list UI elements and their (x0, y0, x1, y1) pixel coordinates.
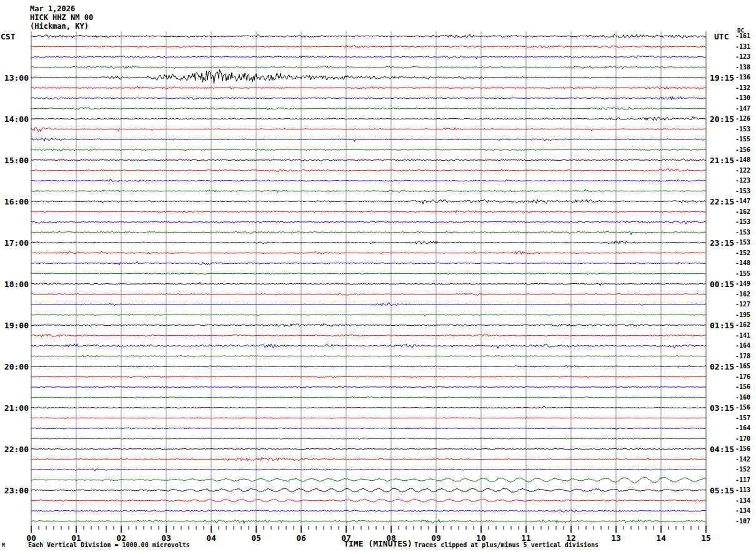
dc-offset-value: -123 (735, 54, 750, 60)
seismo-trace-row (31, 179, 706, 182)
seismo-trace-row (31, 56, 706, 59)
seismo-trace-row (31, 477, 706, 483)
seismo-trace-row (31, 273, 706, 274)
dc-offset-value: -132 (735, 85, 750, 91)
seismo-trace-row (31, 221, 706, 224)
seismo-trace-row (31, 386, 706, 388)
dc-offset-value: -126 (735, 116, 750, 122)
seismo-trace-row (31, 86, 706, 89)
dc-offset-value: -152 (735, 466, 750, 473)
utc-hour-label: 04:15 (710, 445, 737, 453)
clip-note: Traces clipped at plus/minus 5 vertical … (414, 541, 599, 548)
dc-offset-value: -131 (735, 44, 750, 50)
dc-offset-value: -156 (735, 384, 750, 390)
dc-offset-value: -156 (735, 446, 750, 452)
dc-offset-value: -152 (735, 250, 750, 256)
cst-hour-label: 13:00 (0, 74, 29, 82)
seismogram-plot (0, 0, 756, 554)
corner-mark: M (2, 543, 5, 548)
dc-offset-value: -157 (735, 415, 750, 421)
x-tick-label: 05 (245, 533, 267, 543)
utc-hour-label: 23:15 (710, 239, 737, 247)
cst-hour-label: 16:00 (0, 198, 29, 206)
seismo-trace-row (31, 510, 706, 512)
dc-offset-value: -141 (735, 333, 750, 339)
dc-offset-value: -195 (735, 312, 750, 318)
seismo-trace-row (31, 231, 706, 235)
seismo-trace-row (31, 417, 706, 418)
cst-hour-label: 23:00 (0, 486, 29, 495)
seismo-trace-row (31, 189, 706, 193)
dc-offset-value: -153 (735, 229, 750, 236)
dc-offset-value: -156 (735, 147, 750, 153)
seismo-trace-row (31, 469, 706, 471)
dc-offset-value: -136 (735, 74, 750, 81)
dc-offset-value: -113 (735, 487, 750, 493)
dc-offset-value: -155 (735, 271, 750, 277)
seismo-trace-row (31, 448, 706, 450)
utc-hour-label: 00:15 (710, 280, 737, 288)
seismo-trace-row (31, 365, 706, 368)
seismo-trace-row (31, 199, 706, 204)
seismo-trace-row (31, 69, 706, 84)
dc-offset-value: -134 (735, 508, 750, 514)
dc-offset-value: -149 (735, 281, 750, 287)
seismo-trace-row (31, 334, 706, 337)
seismo-trace-row (31, 66, 706, 69)
seismo-trace-row (31, 438, 706, 440)
dc-offset-value: -153 (735, 188, 750, 194)
utc-hour-label: 05:15 (710, 486, 737, 495)
seismo-trace-row (31, 355, 706, 358)
seismo-trace-row (31, 376, 706, 378)
seismo-trace-row (31, 488, 706, 493)
cst-hour-label: 18:00 (0, 280, 29, 288)
utc-hour-label: 19:15 (710, 74, 737, 82)
dc-offset-value: -134 (735, 498, 750, 504)
cst-hour-label: 19:00 (0, 321, 29, 330)
seismo-trace-row (31, 499, 706, 502)
seismo-trace-row (31, 107, 706, 109)
seismo-trace-row (31, 138, 706, 141)
dc-offset-value: -117 (735, 477, 750, 483)
dc-offset-value: -148 (735, 157, 750, 163)
dc-offset-value: -162 (735, 322, 750, 328)
seismo-trace-row (31, 97, 706, 100)
seismo-trace-row (31, 283, 706, 286)
dc-offset-value: -162 (735, 291, 750, 298)
seismo-trace-row (31, 427, 706, 430)
seismo-trace-row (31, 262, 706, 265)
seismo-trace-row (31, 34, 706, 38)
seismo-trace-row (31, 251, 706, 254)
cst-hour-label: 14:00 (0, 115, 29, 123)
dc-offset-value: -170 (735, 436, 750, 442)
dc-offset-value: -147 (735, 106, 750, 112)
x-tick-label: 14 (650, 533, 672, 543)
utc-hour-label: 01:15 (710, 321, 737, 330)
dc-offset-value: -155 (735, 136, 750, 143)
seismo-trace-row (31, 241, 706, 244)
dc-offset-value: -130 (735, 95, 750, 101)
dc-offset-value: -142 (735, 456, 750, 463)
seismo-trace-row (31, 314, 706, 316)
scale-note: Each Vertical Division = 1000.00 microvo… (28, 541, 190, 548)
cst-hour-label: 15:00 (0, 156, 29, 164)
seismo-trace-row (31, 210, 706, 213)
x-tick-label: 15 (695, 533, 717, 543)
dc-offset-value: -160 (735, 395, 750, 401)
seismo-trace-row (31, 128, 706, 132)
dc-offset-value: -156 (735, 405, 750, 411)
x-tick-label: 06 (290, 533, 312, 543)
dc-offset-value: -138 (735, 64, 750, 71)
utc-hour-label: 22:15 (710, 198, 737, 206)
dc-offset-value: -147 (735, 198, 750, 204)
dc-offset-value: -153 (735, 239, 750, 246)
utc-hour-label: 02:15 (710, 363, 737, 371)
dc-offset-value: -123 (735, 178, 750, 184)
dc-offset-value: -164 (735, 425, 750, 431)
seismo-trace-row (31, 303, 706, 306)
seismo-trace-row (31, 458, 706, 461)
seismo-trace-row (31, 406, 706, 409)
cst-hour-label: 17:00 (0, 239, 29, 247)
seismo-trace-row (31, 324, 706, 327)
utc-hour-label: 21:15 (710, 156, 737, 164)
